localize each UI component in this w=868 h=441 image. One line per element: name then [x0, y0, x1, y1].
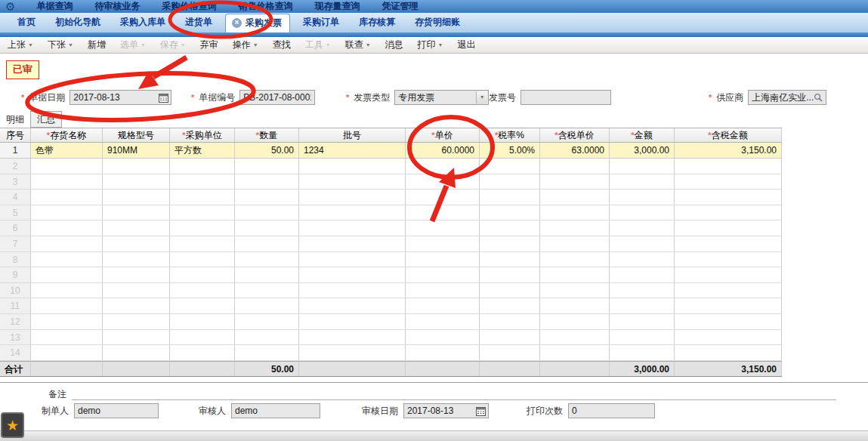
- grid-cell[interactable]: [235, 330, 299, 345]
- grid-cell[interactable]: [31, 205, 103, 220]
- grid-cell[interactable]: [235, 252, 299, 267]
- grid-cell[interactable]: [235, 159, 299, 174]
- doc-no-input[interactable]: [239, 90, 315, 105]
- grid-cell[interactable]: [540, 174, 610, 190]
- grid-cell[interactable]: 3,000.00: [610, 362, 675, 376]
- menubar-item[interactable]: 现存量查询: [314, 0, 360, 13]
- toolbar-button[interactable]: 弃审: [200, 39, 218, 51]
- grid-column-header[interactable]: *采购单位: [170, 128, 235, 142]
- grid-empty-row[interactable]: 10: [0, 283, 782, 299]
- grid-cell[interactable]: 5.00%: [480, 143, 540, 158]
- grid-cell[interactable]: [480, 159, 540, 174]
- grid-cell[interactable]: [406, 174, 480, 190]
- grid-empty-row[interactable]: 3: [0, 174, 782, 190]
- grid-cell[interactable]: [170, 190, 235, 205]
- grid-cell[interactable]: [31, 252, 103, 267]
- grid-cell[interactable]: [170, 314, 235, 329]
- grid-cell[interactable]: [235, 174, 299, 190]
- grid-empty-row[interactable]: 14: [0, 345, 782, 361]
- grid-cell[interactable]: 60.0000: [406, 143, 480, 158]
- grid-empty-row[interactable]: 12: [0, 314, 782, 330]
- grid-cell[interactable]: [31, 298, 103, 313]
- grid-cell[interactable]: 合计: [0, 362, 31, 376]
- grid-cell[interactable]: [675, 314, 782, 329]
- grid-cell[interactable]: [540, 190, 610, 205]
- document-tab[interactable]: 初始化导航: [45, 16, 110, 32]
- grid-cell[interactable]: [540, 159, 610, 174]
- taskbar-star-icon[interactable]: ★: [1, 412, 24, 438]
- toolbar-button[interactable]: 联查▼: [345, 39, 371, 51]
- grid-cell[interactable]: [675, 345, 782, 360]
- toolbar-button[interactable]: 打印▼: [418, 39, 443, 51]
- grid-cell[interactable]: [31, 236, 103, 251]
- grid-cell[interactable]: [540, 283, 610, 298]
- grid-cell[interactable]: [540, 267, 610, 282]
- grid-cell[interactable]: [31, 362, 103, 376]
- toolbar-button[interactable]: 消息: [385, 39, 403, 51]
- grid-cell[interactable]: [170, 252, 235, 267]
- grid-cell[interactable]: [235, 298, 299, 313]
- grid-empty-row[interactable]: 11: [0, 298, 782, 314]
- grid-cell[interactable]: 50.00: [235, 143, 299, 158]
- grid-cell[interactable]: [103, 236, 170, 251]
- grid-cell[interactable]: [406, 205, 480, 220]
- grid-cell[interactable]: [31, 174, 103, 190]
- grid-cell[interactable]: [610, 298, 675, 313]
- grid-cell[interactable]: 50.00: [235, 362, 299, 376]
- grid-column-header[interactable]: *含税金额: [675, 128, 782, 142]
- grid-cell[interactable]: 12: [0, 314, 31, 329]
- grid-cell[interactable]: [235, 314, 299, 329]
- grid-cell[interactable]: 910MM: [103, 143, 170, 158]
- gear-icon[interactable]: ⚙: [5, 1, 15, 12]
- toolbar-button[interactable]: 新增: [88, 39, 106, 51]
- grid-cell[interactable]: [406, 236, 480, 251]
- grid-cell[interactable]: [540, 236, 610, 251]
- grid-cell[interactable]: [610, 205, 675, 220]
- grid-cell[interactable]: [480, 345, 540, 360]
- print-count-input[interactable]: [568, 403, 655, 418]
- grid-cell[interactable]: [610, 314, 675, 329]
- calendar-icon[interactable]: [476, 406, 486, 416]
- grid-cell[interactable]: [103, 267, 170, 282]
- grid-cell[interactable]: [406, 330, 480, 345]
- toolbar-button[interactable]: 下张▼: [48, 39, 73, 51]
- grid-cell[interactable]: [406, 267, 480, 282]
- grid-cell[interactable]: 7: [0, 236, 31, 251]
- grid-cell[interactable]: 6: [0, 220, 31, 236]
- grid-cell[interactable]: [31, 159, 103, 174]
- grid-cell[interactable]: [480, 174, 540, 190]
- toolbar-button[interactable]: 查找: [273, 39, 291, 51]
- menubar-item[interactable]: 凭证管理: [381, 0, 418, 13]
- calendar-icon[interactable]: [159, 93, 168, 103]
- grid-cell[interactable]: [170, 283, 235, 298]
- grid-cell[interactable]: [299, 252, 406, 267]
- grid-cell[interactable]: [480, 267, 540, 282]
- grid-row[interactable]: 1色带910MM平方数50.00123460.00005.00%63.00003…: [0, 143, 782, 159]
- grid-cell[interactable]: [540, 345, 610, 360]
- grid-cell[interactable]: [540, 298, 610, 313]
- grid-cell[interactable]: [610, 283, 675, 298]
- grid-cell[interactable]: [540, 330, 610, 345]
- grid-cell[interactable]: [406, 362, 480, 376]
- grid-cell[interactable]: [103, 190, 170, 205]
- grid-column-header[interactable]: *数量: [235, 128, 299, 142]
- grid-cell[interactable]: 4: [0, 190, 31, 205]
- grid-cell[interactable]: [610, 330, 675, 345]
- grid-cell[interactable]: [170, 267, 235, 282]
- menubar-item[interactable]: 待审核业务: [94, 0, 140, 13]
- grid-cell[interactable]: [610, 220, 675, 236]
- grid-cell[interactable]: [675, 190, 782, 205]
- document-tab[interactable]: 进货单: [175, 16, 222, 32]
- document-tab[interactable]: 采购订单: [293, 16, 349, 32]
- grid-cell[interactable]: 1234: [299, 143, 406, 158]
- grid-cell[interactable]: [235, 190, 299, 205]
- grid-cell[interactable]: [31, 345, 103, 360]
- grid-cell[interactable]: [103, 174, 170, 190]
- grid-cell[interactable]: [406, 283, 480, 298]
- menubar-item[interactable]: 单据查询: [36, 0, 73, 13]
- grid-cell[interactable]: [103, 159, 170, 174]
- grid-cell[interactable]: [299, 236, 406, 251]
- grid-cell[interactable]: [170, 330, 235, 345]
- grid-column-header[interactable]: *税率%: [480, 128, 540, 142]
- grid-cell[interactable]: [675, 174, 782, 190]
